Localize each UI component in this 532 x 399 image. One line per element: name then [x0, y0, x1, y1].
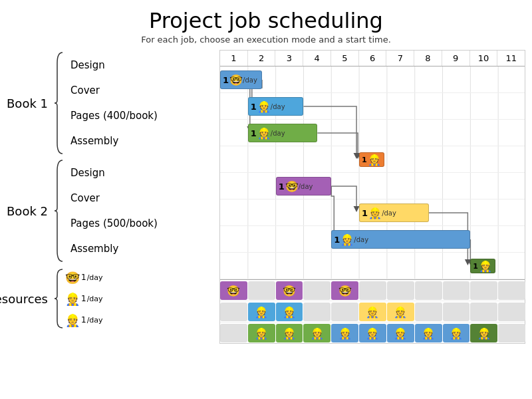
res1-count: 1: [81, 294, 86, 303]
res-cell: 👷: [248, 324, 275, 342]
resource-row-2: 👷 1 /day: [65, 309, 219, 331]
gantt-jobs-body: 1🤓/day1👷/day1👷/day1👷1🤓/day1👷/day1👷/day1👷: [220, 66, 525, 279]
group-book1: Book 1 Design Cover Pages (400/book) Ass…: [7, 50, 219, 156]
group-book1-label: Book 1: [7, 50, 53, 156]
left-panel: Book 1 Design Cover Pages (400/book) Ass…: [7, 50, 219, 344]
resources-brace: [53, 267, 65, 331]
res-cell: 👷: [387, 324, 414, 342]
res-cell: 🤓: [331, 281, 358, 300]
page-subtitle: For each job, choose an execution mode a…: [0, 35, 532, 45]
gantt-row-res2: 👷👷👷👷👷👷👷👷👷: [220, 323, 525, 344]
col-3: 3: [275, 51, 303, 66]
group-book1-jobs: Design Cover Pages (400/book) Assembly: [65, 50, 219, 156]
res-cell: 👷: [276, 324, 303, 342]
col-6: 6: [359, 51, 387, 66]
res1-unit: /day: [87, 295, 103, 303]
gantt-row-b2-design: [220, 173, 525, 200]
col-1: 1: [220, 51, 248, 66]
group-book2-brace: [53, 158, 65, 264]
res-cell: 👷: [276, 303, 303, 321]
job-b2-cover: Cover: [65, 186, 219, 211]
gantt-panel: 1 2 3 4 5 6 7 8 9 10 11: [219, 50, 525, 344]
res-cell: [498, 324, 525, 342]
res2-unit: /day: [87, 316, 103, 325]
res2-count: 1: [81, 315, 86, 325]
col-10: 10: [470, 51, 498, 66]
gantt-bar: 1👷/day: [248, 124, 318, 142]
res2-icon: 👷: [65, 313, 80, 327]
res1-icon: 👷: [65, 292, 80, 306]
group-book2-label: Book 2: [7, 158, 53, 264]
resource-row-1: 👷 1 /day: [65, 288, 219, 309]
col-4: 4: [303, 51, 331, 66]
res-cell: 🤓: [276, 281, 303, 300]
page-title: Project job scheduling: [0, 0, 532, 35]
res-cell: [443, 281, 470, 300]
res-cell: 👷: [359, 324, 386, 342]
gantt-row-res0: 🤓🤓🤓: [220, 280, 525, 301]
res-cell: 👷: [248, 303, 275, 321]
resource-rows: 🤓 1 /day 👷 1 /day 👷 1 /day: [65, 267, 219, 331]
col-2: 2: [248, 51, 276, 66]
job-b1-assembly: Assembly: [65, 128, 219, 154]
resources-section: Resources 🤓 1 /day 👷 1 /day 👷: [7, 267, 219, 331]
res0-count: 1: [81, 273, 86, 282]
gantt-bar: 1👷/day: [359, 203, 429, 222]
col-5: 5: [331, 51, 359, 66]
col-9: 9: [442, 51, 470, 66]
gantt-bar: 1👷/day: [248, 97, 304, 116]
res-cell: [303, 303, 331, 321]
res-cell: [470, 281, 497, 300]
job-b1-pages: Pages (400/book): [65, 103, 219, 128]
res-cell: 👷: [470, 324, 497, 342]
job-b1-cover: Cover: [65, 78, 219, 103]
gantt-row-b1-design: [220, 66, 525, 93]
res-cell: 👷: [331, 324, 358, 342]
group-book1-brace: [53, 50, 65, 156]
job-b2-assembly: Assembly: [65, 236, 219, 261]
gantt-resources-body: 🤓🤓🤓 👷👷👷👷 👷👷👷👷👷👷👷👷👷: [220, 279, 525, 343]
group-book2-jobs: Design Cover Pages (500/book) Assembly: [65, 158, 219, 264]
col-11: 11: [497, 51, 525, 66]
gantt-bar: 1🤓/day: [276, 177, 332, 196]
res-cell: 👷: [387, 303, 414, 321]
res-cell: [220, 324, 247, 342]
gantt-bar: 1🤓/day: [220, 70, 262, 89]
gantt-bar: 1👷: [359, 152, 384, 167]
col-7: 7: [386, 51, 414, 66]
res-cell: [498, 303, 525, 321]
res-cell: [359, 281, 386, 300]
res0-unit: /day: [87, 273, 103, 282]
gantt-bar: 1👷: [470, 259, 495, 273]
res-cell: [498, 281, 525, 300]
gantt-bar: 1👷/day: [331, 230, 470, 249]
res-cell: [303, 281, 331, 300]
job-b2-pages: Pages (500/book): [65, 211, 219, 236]
res-cell: [387, 281, 414, 300]
group-book2: Book 2 Design Cover Pages (500/book) Ass…: [7, 158, 219, 264]
res-cell: [248, 281, 275, 300]
gantt-row-res1: 👷👷👷👷: [220, 301, 525, 323]
res-cell: 👷: [359, 303, 386, 321]
res-cell: [443, 303, 470, 321]
res-cell: [220, 303, 247, 321]
res-cell: 🤓: [220, 281, 247, 300]
job-b2-design: Design: [65, 160, 219, 186]
res-cell: [415, 281, 442, 300]
res-cell: 👷: [303, 324, 331, 342]
res-cell: 👷: [443, 324, 470, 342]
res-cell: [415, 303, 442, 321]
res-cell: [331, 303, 358, 321]
gantt-header: 1 2 3 4 5 6 7 8 9 10 11: [220, 51, 525, 66]
resource-row-0: 🤓 1 /day: [65, 267, 219, 288]
res0-icon: 🤓: [65, 271, 80, 285]
col-8: 8: [414, 51, 442, 66]
res-cell: [470, 303, 497, 321]
res-cell: 👷: [415, 324, 442, 342]
job-b1-design: Design: [65, 53, 219, 78]
resources-label: Resources: [7, 267, 53, 331]
